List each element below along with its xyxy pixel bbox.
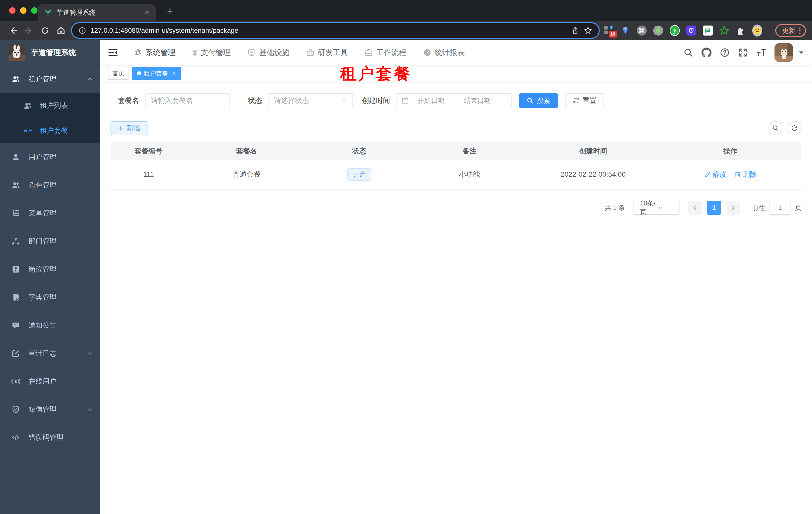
sidebar-item-tenant-list[interactable]: 租户列表 bbox=[0, 93, 100, 118]
search-form: 套餐名 状态 请选择状态 创建时间 开始日期 - 结束日期 bbox=[111, 93, 802, 108]
sidebar-item-post-management[interactable]: 岗位管理 bbox=[0, 255, 100, 283]
extension-star-icon[interactable] bbox=[719, 26, 729, 35]
github-icon[interactable] bbox=[701, 48, 712, 58]
monitor-icon bbox=[248, 49, 256, 57]
page-number-1[interactable]: 1 bbox=[707, 201, 721, 215]
sidebar-item-label: 错误码管理 bbox=[29, 433, 63, 442]
font-size-icon[interactable] bbox=[756, 48, 766, 58]
sidebar-menu: 租户管理 租户列表 租户套餐 bbox=[0, 65, 100, 452]
sidebar-item-error-code[interactable]: 错误码管理 bbox=[0, 424, 100, 452]
show-search-toggle-button[interactable] bbox=[768, 121, 783, 135]
extension-command-icon[interactable] bbox=[637, 26, 647, 35]
status-select[interactable]: 请选择状态 bbox=[268, 93, 353, 108]
extensions-puzzle-icon[interactable] bbox=[736, 26, 746, 35]
extension-shield-icon[interactable] bbox=[686, 26, 696, 35]
sidebar-item-user-management[interactable]: 用户管理 bbox=[0, 143, 100, 171]
url-text[interactable]: 127.0.0.1:48080/admin-ui/system/tenant/p… bbox=[90, 27, 567, 34]
message-bubble-icon bbox=[11, 321, 20, 330]
sidebar-item-role-management[interactable]: 角色管理 bbox=[0, 171, 100, 199]
search-button-label: 搜索 bbox=[536, 96, 551, 105]
tab-favicon-plant-icon bbox=[44, 8, 52, 17]
browser-window: 芋道管理系统 × + 127.0.0.1:48080/admin-ui/syst… bbox=[0, 0, 812, 40]
caret-down-icon[interactable] bbox=[799, 50, 804, 55]
fullscreen-icon[interactable] bbox=[738, 48, 748, 57]
user-avatar[interactable] bbox=[775, 43, 793, 62]
date-range-picker[interactable]: 开始日期 - 结束日期 bbox=[396, 93, 512, 108]
date-separator: - bbox=[453, 97, 455, 105]
reload-icon[interactable] bbox=[38, 24, 52, 37]
top-nav-reports[interactable]: 统计报表 bbox=[415, 40, 473, 65]
top-nav-workflow[interactable]: 工作流程 bbox=[356, 40, 415, 65]
address-bar[interactable]: 127.0.0.1:48080/admin-ui/system/tenant/p… bbox=[72, 23, 599, 38]
prev-page-button[interactable] bbox=[688, 201, 702, 215]
search-button[interactable]: 搜索 bbox=[519, 93, 558, 108]
sidebar-item-sms-management[interactable]: 短信管理 bbox=[0, 396, 100, 424]
sidebar-item-audit-log[interactable]: 审计日志 bbox=[0, 339, 100, 367]
table-toolbar: 新增 bbox=[111, 121, 802, 135]
window-zoom-button[interactable] bbox=[31, 7, 37, 14]
chevron-down-icon bbox=[87, 350, 93, 356]
extension-chat-icon[interactable] bbox=[703, 26, 713, 35]
home-icon[interactable] bbox=[54, 24, 68, 37]
sidebar-item-tenant-management[interactable]: 租户管理 bbox=[0, 65, 100, 93]
chrome-update-button[interactable]: 更新 bbox=[775, 24, 806, 37]
yen-icon: ¥ bbox=[193, 48, 197, 57]
chrome-menu-icon[interactable] bbox=[799, 28, 801, 34]
sidebar-toggle-icon[interactable] bbox=[108, 47, 118, 58]
sidebar-item-notice[interactable]: 通知公告 bbox=[0, 311, 100, 339]
extension-gem-icon[interactable] bbox=[620, 26, 630, 35]
sidebar-item-tenant-package[interactable]: 租户套餐 bbox=[0, 118, 100, 143]
share-icon[interactable] bbox=[571, 27, 579, 34]
search-icon[interactable] bbox=[684, 48, 693, 57]
page-content: 套餐名 状态 请选择状态 创建时间 开始日期 - 结束日期 bbox=[100, 82, 812, 514]
col-header-package-name: 套餐名 bbox=[186, 146, 307, 156]
back-icon[interactable] bbox=[6, 24, 20, 37]
col-header-actions: 操作 bbox=[659, 146, 802, 156]
help-icon[interactable] bbox=[720, 48, 729, 57]
add-button[interactable]: 新增 bbox=[111, 121, 147, 135]
edit-link[interactable]: 修改 bbox=[704, 170, 726, 179]
reset-button[interactable]: 重置 bbox=[565, 93, 604, 108]
package-name-input[interactable] bbox=[145, 93, 230, 108]
site-info-icon[interactable] bbox=[79, 27, 86, 34]
delete-link[interactable]: 删除 bbox=[734, 170, 757, 179]
table-settings bbox=[768, 121, 802, 135]
new-tab-button[interactable]: + bbox=[163, 4, 177, 18]
top-nav-dev-tools[interactable]: 研发工具 bbox=[298, 40, 356, 65]
sidebar-item-online-users[interactable]: 在线用户 bbox=[0, 367, 100, 396]
window-close-button[interactable] bbox=[9, 7, 16, 14]
add-button-label: 新增 bbox=[126, 124, 141, 133]
sidebar-item-label: 通知公告 bbox=[29, 321, 57, 330]
sidebar-item-dept-management[interactable]: 部门管理 bbox=[0, 227, 100, 255]
browser-tab[interactable]: 芋道管理系统 × bbox=[38, 4, 156, 21]
top-nav-system[interactable]: 系统管理 bbox=[125, 40, 184, 65]
chevron-up-icon bbox=[87, 76, 93, 82]
sidebar-item-label: 角色管理 bbox=[29, 181, 57, 190]
extension-green-dot-icon[interactable] bbox=[653, 26, 663, 35]
search-icon bbox=[526, 97, 533, 104]
goto-page-input[interactable] bbox=[769, 201, 791, 215]
tag-tenant-package[interactable]: 租户套餐 × bbox=[132, 67, 181, 80]
top-nav-infrastructure[interactable]: 基础设施 bbox=[239, 40, 298, 65]
tag-close-icon[interactable]: × bbox=[172, 70, 176, 77]
sidebar-item-dict-management[interactable]: 字典管理 bbox=[0, 283, 100, 311]
next-page-button[interactable] bbox=[726, 201, 740, 215]
col-header-remark: 备注 bbox=[412, 146, 527, 156]
sidebar-item-menu-management[interactable]: 菜单管理 bbox=[0, 199, 100, 227]
app-logo-row[interactable]: 芋道管理系统 bbox=[0, 40, 100, 65]
top-nav-label: 工作流程 bbox=[376, 48, 406, 58]
page-size-select[interactable]: 10条/页 bbox=[633, 201, 680, 215]
delete-link-label: 删除 bbox=[743, 170, 757, 179]
refresh-table-button[interactable] bbox=[787, 121, 802, 135]
forward-icon[interactable] bbox=[22, 24, 36, 37]
top-nav-label: 系统管理 bbox=[145, 48, 175, 58]
tab-close-icon[interactable]: × bbox=[143, 8, 151, 17]
bookmark-star-icon[interactable] bbox=[584, 26, 592, 35]
extension-y-icon[interactable]: y bbox=[670, 26, 680, 35]
window-minimize-button[interactable] bbox=[20, 7, 27, 14]
top-nav-payment[interactable]: ¥ 支付管理 bbox=[184, 40, 239, 65]
extension-blocker-icon[interactable]: 10 bbox=[604, 26, 614, 35]
profile-avatar-icon[interactable] bbox=[752, 26, 762, 35]
cell-actions: 修改 删除 bbox=[659, 170, 802, 179]
tag-home[interactable]: 首页 bbox=[108, 67, 129, 80]
